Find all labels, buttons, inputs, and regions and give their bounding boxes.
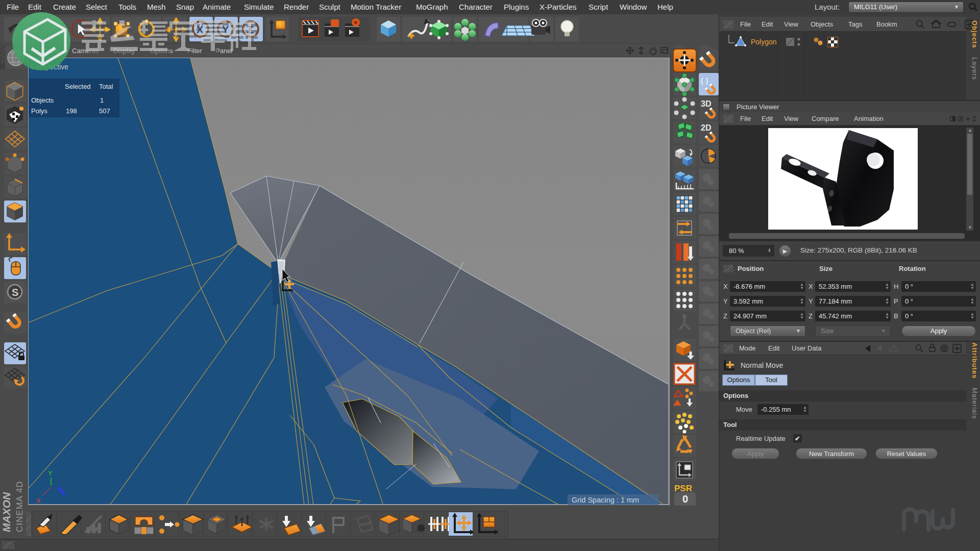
svg-text:Objects: Objects [31,96,54,104]
svg-text:X: X [36,497,41,505]
svg-text:198: 198 [66,107,77,115]
svg-text:3D: 3D [701,99,711,108]
svg-text:1: 1 [100,96,104,104]
svg-text:0: 0 [682,493,688,505]
svg-text:507: 507 [99,107,110,115]
svg-text:2D: 2D [701,123,711,132]
svg-text:Y: Y [222,24,229,35]
svg-text:Selected: Selected [65,83,91,90]
svg-text:S: S [12,287,18,298]
svg-text:Z: Z [247,24,253,35]
svg-text:CINEMA 4D: CINEMA 4D [15,481,24,532]
svg-text:Total: Total [99,83,113,90]
svg-text:Polys: Polys [31,107,47,115]
svg-text:Y: Y [48,469,53,477]
svg-text:Perspective: Perspective [31,63,68,71]
svg-text:Grid Spacing : 1 mm: Grid Spacing : 1 mm [572,496,639,504]
svg-text:( ): ( ) [701,76,708,85]
svg-text:Polygon: Polygon [751,38,777,46]
svg-text:MAXON: MAXON [1,492,12,532]
svg-text:X: X [197,24,204,35]
svg-text:PSR: PSR [674,484,692,493]
